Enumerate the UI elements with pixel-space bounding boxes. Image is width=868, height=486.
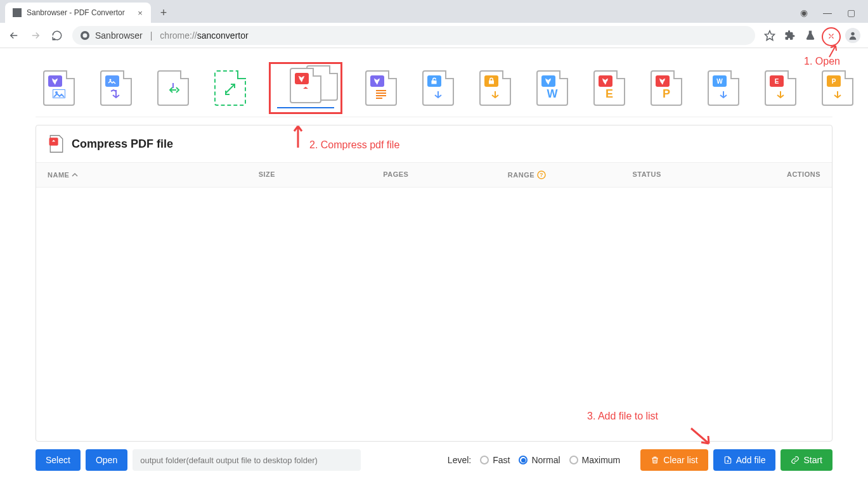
- svg-point-1: [83, 33, 87, 37]
- level-group: Level: Fast Normal Maximum: [448, 455, 620, 465]
- radio-icon: [480, 456, 489, 464]
- tab-close-button[interactable]: ×: [136, 8, 145, 17]
- tool-pdf-to-image[interactable]: ⮟: [41, 68, 77, 108]
- start-button[interactable]: Start: [781, 449, 832, 471]
- footer-bar: Select Open Level: Fast Normal Maximum C…: [36, 442, 832, 471]
- help-icon[interactable]: ?: [537, 170, 546, 179]
- open-button[interactable]: Open: [86, 449, 127, 471]
- tool-ppt-to-pdf[interactable]: P: [819, 68, 856, 108]
- col-size[interactable]: SIZE: [259, 170, 384, 179]
- sort-icon: [72, 172, 78, 178]
- compress-panel: Compress PDF file NAME SIZE PAGES RANGE …: [36, 125, 832, 442]
- col-name[interactable]: NAME: [48, 170, 259, 179]
- col-status[interactable]: STATUS: [632, 170, 757, 179]
- level-normal[interactable]: Normal: [519, 455, 560, 465]
- clear-list-button[interactable]: Clear list: [640, 449, 708, 471]
- site-icon: [80, 30, 90, 41]
- tab-favicon: [13, 8, 22, 17]
- stop-sharing-icon[interactable]: ◉: [800, 8, 808, 18]
- level-maximum[interactable]: Maximum: [569, 455, 621, 465]
- tool-compress-pdf[interactable]: ⮟: [269, 62, 342, 114]
- star-icon[interactable]: [764, 30, 775, 41]
- action-buttons: Clear list Add file Start: [640, 449, 832, 471]
- tool-lock-pdf[interactable]: [477, 68, 514, 108]
- url-brand: Sanbrowser: [95, 30, 143, 41]
- add-file-button[interactable]: Add file: [713, 449, 776, 471]
- svg-marker-2: [765, 30, 775, 40]
- tool-image-to-pdf[interactable]: [98, 68, 134, 108]
- tool-split-pdf[interactable]: [155, 68, 191, 108]
- back-button[interactable]: [8, 29, 20, 42]
- col-actions: ACTIONS: [757, 170, 820, 179]
- forward-button[interactable]: [29, 29, 42, 42]
- tool-pdf-reader[interactable]: ⮟: [363, 68, 399, 108]
- browser-tab-strip: Sanbrowser - PDF Convertor × + ◉ — ▢: [0, 0, 868, 23]
- nav-right-icons: [764, 28, 860, 43]
- minimize-button[interactable]: —: [823, 8, 832, 18]
- url-bar[interactable]: Sanbrowser | chrome://sanconvertor: [72, 26, 755, 45]
- url-prefix: chrome://: [160, 30, 197, 41]
- level-label: Level:: [448, 455, 471, 465]
- panel-header: Compress PDF file: [36, 125, 832, 163]
- app-content: ⮟ ⮟: [0, 48, 868, 482]
- panel-title: Compress PDF file: [72, 137, 173, 151]
- link-icon: [791, 456, 800, 464]
- profile-avatar[interactable]: [845, 28, 860, 43]
- tab-title: Sanbrowser - PDF Convertor: [27, 8, 125, 17]
- pdf-icon: [48, 134, 65, 153]
- maximize-button[interactable]: ▢: [847, 8, 855, 18]
- svg-text:?: ?: [540, 172, 543, 178]
- tool-pdf-to-word[interactable]: ⮟ W: [534, 68, 571, 108]
- tools-toolbar: ⮟ ⮟: [36, 60, 832, 117]
- select-button[interactable]: Select: [36, 449, 81, 471]
- reload-button[interactable]: [51, 29, 63, 42]
- svg-point-3: [851, 32, 854, 35]
- url-path: sanconvertor: [197, 30, 249, 41]
- tool-merge-pdf[interactable]: [212, 68, 249, 108]
- new-tab-button[interactable]: +: [155, 4, 172, 22]
- url-separator: |: [150, 30, 153, 41]
- window-controls: ◉ — ▢: [800, 8, 863, 23]
- browser-tab[interactable]: Sanbrowser - PDF Convertor ×: [5, 3, 151, 23]
- tool-pdf-to-ppt[interactable]: ⮟ P: [648, 68, 685, 108]
- tool-pdf-to-excel[interactable]: ⮟ E: [591, 68, 628, 108]
- tool-unlock-pdf[interactable]: [420, 68, 457, 108]
- browser-nav-bar: Sanbrowser | chrome://sanconvertor: [0, 23, 868, 48]
- file-plus-icon: [723, 456, 732, 464]
- pinwheel-icon[interactable]: [825, 30, 836, 41]
- tool-excel-to-pdf[interactable]: E: [762, 68, 799, 108]
- output-folder-input[interactable]: [133, 449, 361, 471]
- level-fast[interactable]: Fast: [480, 455, 510, 465]
- col-pages[interactable]: PAGES: [383, 170, 508, 179]
- lab-icon[interactable]: [805, 30, 816, 41]
- table-body-empty: [36, 188, 832, 441]
- trash-icon: [651, 456, 659, 464]
- extensions-icon[interactable]: [784, 30, 796, 41]
- radio-icon: [519, 456, 528, 464]
- table-header: NAME SIZE PAGES RANGE ? STATUS ACTIONS: [36, 163, 832, 188]
- tool-word-to-pdf[interactable]: W: [705, 68, 742, 108]
- radio-icon: [569, 456, 578, 464]
- col-range[interactable]: RANGE ?: [508, 170, 633, 179]
